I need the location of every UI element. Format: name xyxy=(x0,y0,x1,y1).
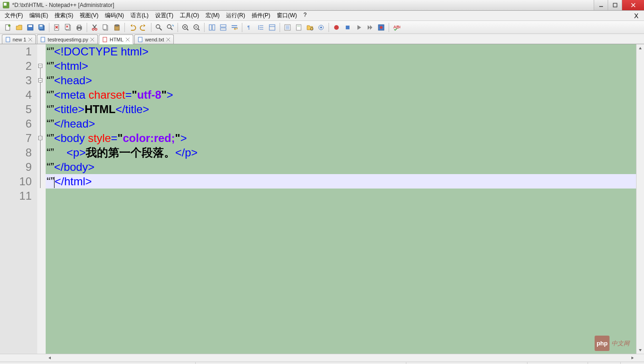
wrap-icon[interactable] xyxy=(229,22,240,33)
menu-tools[interactable]: 工具(O) xyxy=(177,11,202,20)
fold-box-icon[interactable] xyxy=(38,78,42,82)
indent-guide-icon[interactable] xyxy=(256,22,266,33)
line-number: 2 xyxy=(0,59,32,73)
menu-plugins[interactable]: 插件(P) xyxy=(249,11,273,20)
menu-view[interactable]: 视图(V) xyxy=(77,11,101,20)
func-list-icon[interactable] xyxy=(282,22,293,33)
scroll-track[interactable] xyxy=(637,52,644,346)
tab-label: new 1 xyxy=(13,37,26,42)
file-icon xyxy=(5,37,11,42)
cut-icon[interactable] xyxy=(89,22,100,33)
statusbar: Hyper Text Markup Language file length :… xyxy=(0,362,644,364)
line-number: 8 xyxy=(0,145,32,160)
tab-close-icon[interactable] xyxy=(90,37,95,42)
tab-close-icon[interactable] xyxy=(166,37,171,42)
show-all-chars-icon[interactable]: ¶ xyxy=(245,22,255,33)
find-icon[interactable] xyxy=(154,22,164,33)
zoom-out-icon[interactable] xyxy=(192,22,202,33)
save-macro-icon[interactable] xyxy=(376,22,386,33)
toolbar-sep xyxy=(280,23,280,32)
file-icon xyxy=(137,37,143,42)
tab-py[interactable]: testrequestimg.py xyxy=(37,34,98,44)
folder-browse-icon[interactable] xyxy=(305,22,315,33)
close-button[interactable] xyxy=(622,0,644,10)
save-icon[interactable] xyxy=(25,22,35,33)
svg-rect-19 xyxy=(78,25,81,27)
sync-h-icon[interactable] xyxy=(218,22,228,33)
lang-icon[interactable] xyxy=(267,22,277,33)
vertical-scrollbar[interactable] xyxy=(636,44,644,354)
menu-window[interactable]: 窗口(W) xyxy=(274,11,300,20)
svg-line-39 xyxy=(198,29,199,30)
menu-help[interactable]: ? xyxy=(301,11,309,20)
print-icon[interactable] xyxy=(74,22,84,33)
replace-icon[interactable] xyxy=(165,22,175,33)
scroll-right-icon[interactable] xyxy=(628,354,636,362)
watermark-php: php xyxy=(595,336,610,351)
toolbar-sep xyxy=(49,23,49,32)
code-line: “”</body> xyxy=(46,160,636,174)
status-encoding[interactable]: UTF-8 xyxy=(588,362,621,364)
fold-box-icon[interactable] xyxy=(38,64,42,68)
menu-edit[interactable]: 编辑(E) xyxy=(27,11,51,20)
stop-icon[interactable] xyxy=(343,22,353,33)
status-language: Hyper Text Markup Language file xyxy=(0,362,196,364)
menu-settings[interactable]: 设置(T) xyxy=(152,11,176,20)
close-file-icon[interactable] xyxy=(52,22,62,33)
minimize-button[interactable] xyxy=(594,0,608,10)
maximize-button[interactable] xyxy=(608,0,622,10)
fold-box-icon[interactable] xyxy=(38,136,42,140)
svg-rect-40 xyxy=(209,25,212,30)
status-doc-stats: length : 235 lines : 11 xyxy=(196,362,406,364)
save-all-icon[interactable] xyxy=(36,22,47,33)
sync-v-icon[interactable] xyxy=(207,22,217,33)
code-line xyxy=(46,189,636,203)
scroll-track[interactable] xyxy=(54,354,628,362)
zoom-in-icon[interactable] xyxy=(180,22,191,33)
tab-html[interactable]: HTML xyxy=(99,34,133,44)
doc-map-icon[interactable] xyxy=(294,22,304,33)
tab-new1[interactable]: new 1 xyxy=(2,34,36,44)
svg-rect-63 xyxy=(346,26,349,29)
status-insert-mode[interactable]: INS xyxy=(621,362,644,364)
fold-line xyxy=(40,68,41,188)
paste-icon[interactable] xyxy=(112,22,122,33)
record-icon[interactable] xyxy=(331,22,342,33)
menu-search[interactable]: 搜索(S) xyxy=(52,11,76,20)
monitor-icon[interactable] xyxy=(316,22,326,33)
menu-file[interactable]: 文件(F) xyxy=(2,11,26,20)
menu-language[interactable]: 语言(L) xyxy=(128,11,151,20)
close-all-icon[interactable] xyxy=(63,22,73,33)
fast-forward-icon[interactable] xyxy=(365,22,375,33)
menu-macro[interactable]: 宏(M) xyxy=(203,11,222,20)
watermark-text: 中文网 xyxy=(611,336,630,351)
scroll-down-icon[interactable] xyxy=(637,346,644,354)
redo-icon[interactable] xyxy=(138,22,149,33)
fold-column[interactable] xyxy=(37,44,46,354)
menu-close-doc[interactable]: X xyxy=(630,12,642,20)
tab-wend[interactable]: wend.txt xyxy=(134,34,174,44)
scroll-left-icon[interactable] xyxy=(46,354,54,362)
window-title: *D:\txt\HTML - Notepad++ [Administrator] xyxy=(12,2,114,8)
menubar: 文件(F) 编辑(E) 搜索(S) 视图(V) 编码(N) 语言(L) 设置(T… xyxy=(0,11,644,21)
svg-rect-7 xyxy=(28,25,32,27)
code-area[interactable]: “”<!DOCTYPE html> “”<html> “”<head> “”<m… xyxy=(46,44,636,354)
scroll-up-icon[interactable] xyxy=(637,44,644,52)
horizontal-scrollbar[interactable] xyxy=(0,354,644,362)
svg-line-32 xyxy=(171,28,172,30)
svg-point-62 xyxy=(334,25,339,30)
line-number: 4 xyxy=(0,88,32,102)
toolbar-sep xyxy=(242,23,242,32)
menu-encoding[interactable]: 编码(N) xyxy=(102,11,127,20)
open-file-icon[interactable] xyxy=(14,22,24,33)
copy-icon[interactable] xyxy=(101,22,111,33)
undo-icon[interactable] xyxy=(127,22,137,33)
tab-close-icon[interactable] xyxy=(125,37,130,42)
tab-close-icon[interactable] xyxy=(28,37,33,42)
spellcheck-icon[interactable]: ABC xyxy=(391,22,402,33)
new-file-icon[interactable] xyxy=(3,22,13,33)
toolbar-sep xyxy=(87,23,87,32)
status-eol[interactable]: Windows (CR LF) xyxy=(528,362,588,364)
menu-run[interactable]: 运行(R) xyxy=(223,11,248,20)
play-icon[interactable] xyxy=(354,22,364,33)
